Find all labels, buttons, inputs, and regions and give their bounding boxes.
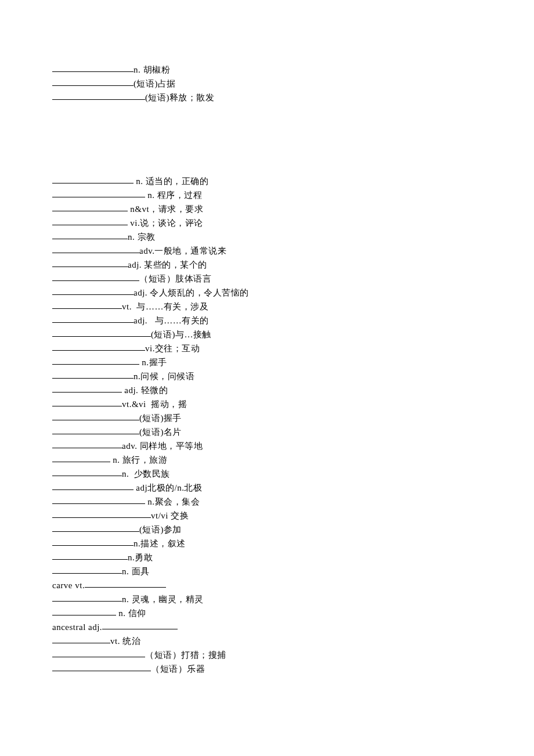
- definition-text: n.问候，问候语: [134, 372, 194, 381]
- definition-text: n. 胡椒粉: [134, 65, 170, 74]
- vocab-line: n. 灵魂，幽灵，精灵: [52, 592, 482, 606]
- vocab-line: n.问候，问候语: [52, 369, 482, 383]
- vocab-line: （短语）肢体语言: [52, 272, 482, 286]
- fill-blank: [52, 174, 134, 183]
- fill-blank: [52, 369, 134, 379]
- fill-blank: [52, 314, 134, 323]
- fill-blank: [52, 439, 122, 448]
- fill-blank: [52, 411, 139, 420]
- fill-blank: [52, 509, 151, 518]
- fill-blank: [52, 495, 145, 504]
- fill-blank: [85, 578, 166, 588]
- fill-blank: [52, 216, 128, 225]
- definition-text: adj北极的/n.北极: [134, 483, 203, 492]
- vocab-line: n.聚会，集会: [52, 495, 482, 509]
- fill-blank: [52, 244, 139, 253]
- fill-blank: [52, 537, 134, 546]
- fill-blank: [52, 592, 122, 602]
- document-page: n. 胡椒粉(短语)占据(短语)释放；散发 n. 适当的，正确的 n. 程序，过…: [0, 0, 534, 756]
- definition-text: n.聚会，集会: [145, 497, 200, 506]
- line-prefix: carve vt.: [52, 581, 85, 590]
- fill-blank: [52, 648, 145, 657]
- definition-text: （短语）肢体语言: [139, 274, 211, 283]
- vocab-line: n. 信仰: [52, 606, 482, 620]
- definition-text: (短语)参加: [139, 525, 182, 534]
- vocab-line: carve vt.: [52, 578, 482, 592]
- vocab-line: vi.说；谈论，评论: [52, 216, 482, 230]
- definition-text: vt/vi 交换: [151, 511, 189, 520]
- definition-text: vi.说；谈论，评论: [128, 218, 203, 228]
- fill-blank: [102, 620, 178, 629]
- definition-text: adv. 同样地，平等地: [122, 441, 203, 451]
- definition-text: （短语）打猎；搜捕: [145, 650, 226, 660]
- fill-blank: [52, 425, 139, 434]
- fill-blank: [52, 341, 145, 351]
- fill-blank: [52, 230, 128, 239]
- vocab-line: n. 面具: [52, 564, 482, 578]
- fill-blank: [52, 272, 139, 281]
- vocab-line: adj. 某些的，某个的: [52, 258, 482, 272]
- definition-text: n.握手: [139, 358, 167, 367]
- fill-blank: [52, 355, 139, 365]
- vocab-line: n.勇敢: [52, 550, 482, 564]
- vocab-line: vt. 统治: [52, 634, 482, 648]
- vocab-line: （短语）打猎；搜捕: [52, 648, 482, 662]
- vocab-line: adj. 与……有关的: [52, 314, 482, 327]
- definition-text: vt. 与……有关，涉及: [122, 302, 208, 311]
- vocab-line: (短语)名片: [52, 425, 482, 439]
- fill-blank: [52, 63, 134, 72]
- vocab-line: (短语)释放；散发: [52, 91, 482, 105]
- definition-text: n. 信仰: [116, 609, 146, 618]
- definition-text: （短语）乐器: [151, 664, 205, 674]
- definition-text: n&vt，请求，要求: [128, 204, 203, 214]
- vocab-line: (短语)握手: [52, 411, 482, 425]
- fill-blank: [52, 202, 128, 211]
- definition-text: n. 面具: [122, 567, 150, 576]
- definition-text: vt.&vi 摇动，摇: [122, 399, 187, 409]
- vocab-line: adj北极的/n.北极: [52, 481, 482, 495]
- definition-text: (短语)名片: [139, 427, 182, 437]
- fill-blank: [52, 453, 110, 462]
- vocab-line: vt.&vi 摇动，摇: [52, 397, 482, 411]
- vocab-line: n. 适当的，正确的: [52, 174, 482, 188]
- vocab-line: n. 胡椒粉: [52, 63, 482, 77]
- definition-text: n. 宗教: [128, 232, 156, 242]
- fill-blank: [52, 662, 151, 671]
- vocab-line: vt. 与……有关，涉及: [52, 300, 482, 314]
- fill-blank: [52, 523, 139, 532]
- vocab-line: n&vt，请求，要求: [52, 202, 482, 216]
- vocab-line: n. 宗教: [52, 230, 482, 244]
- vocab-line: n. 少数民族: [52, 467, 482, 481]
- definition-text: n. 灵魂，幽灵，精灵: [122, 595, 204, 604]
- fill-blank: [52, 77, 134, 86]
- fill-blank: [52, 91, 145, 100]
- definition-text: vt. 统治: [110, 636, 140, 646]
- vocab-line: n. 程序，过程: [52, 188, 482, 202]
- section-gap: [52, 105, 482, 174]
- fill-blank: [52, 286, 134, 295]
- vocab-line: vi.交往；互动: [52, 341, 482, 355]
- vocab-line: ancestral adj.: [52, 620, 482, 634]
- definition-text: (短语)握手: [139, 413, 182, 423]
- fill-blank: [52, 467, 122, 476]
- vocab-line: adv. 同样地，平等地: [52, 439, 482, 453]
- fill-blank: [52, 258, 128, 267]
- vocab-line: （短语）乐器: [52, 662, 482, 676]
- fill-blank: [52, 550, 128, 560]
- definition-text: n. 程序，过程: [145, 190, 202, 200]
- vocab-line: adj. 令人烦乱的，令人苦恼的: [52, 286, 482, 300]
- fill-blank: [52, 397, 122, 406]
- vocab-line: adv.一般地，通常说来: [52, 244, 482, 258]
- vocab-block-1: n. 胡椒粉(短语)占据(短语)释放；散发: [52, 63, 482, 105]
- fill-blank: [52, 383, 122, 393]
- vocab-line: (短语)参加: [52, 523, 482, 537]
- fill-blank: [52, 606, 116, 615]
- vocab-line: (短语)占据: [52, 77, 482, 91]
- fill-blank: [52, 564, 122, 574]
- definition-text: n.描述，叙述: [134, 539, 186, 548]
- definition-text: adv.一般地，通常说来: [139, 246, 226, 255]
- vocab-line: vt/vi 交换: [52, 509, 482, 523]
- line-prefix: ancestral adj.: [52, 622, 102, 632]
- definition-text: adj. 令人烦乱的，令人苦恼的: [134, 288, 249, 297]
- definition-text: n. 少数民族: [122, 469, 170, 478]
